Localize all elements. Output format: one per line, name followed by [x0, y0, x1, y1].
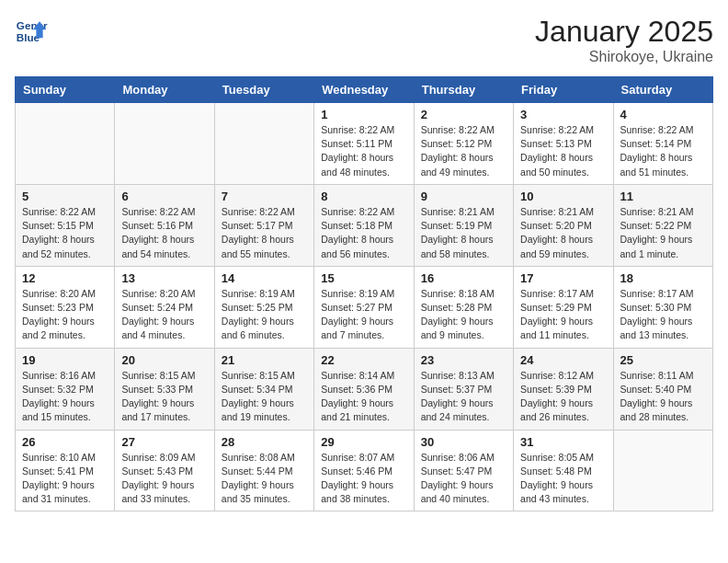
day-info: Sunrise: 8:06 AM Sunset: 5:47 PM Dayligh…	[421, 451, 506, 507]
table-row: 7Sunrise: 8:22 AM Sunset: 5:17 PM Daylig…	[214, 184, 313, 266]
table-row: 27Sunrise: 8:09 AM Sunset: 5:43 PM Dayli…	[115, 430, 214, 511]
day-info: Sunrise: 8:22 AM Sunset: 5:17 PM Dayligh…	[222, 205, 307, 261]
day-info: Sunrise: 8:22 AM Sunset: 5:13 PM Dayligh…	[520, 123, 606, 179]
day-info: Sunrise: 8:21 AM Sunset: 5:22 PM Dayligh…	[620, 205, 706, 261]
day-info: Sunrise: 8:18 AM Sunset: 5:28 PM Dayligh…	[421, 287, 506, 343]
table-row: 12Sunrise: 8:20 AM Sunset: 5:23 PM Dayli…	[16, 266, 115, 348]
table-row: 17Sunrise: 8:17 AM Sunset: 5:29 PM Dayli…	[514, 266, 613, 348]
table-row: 15Sunrise: 8:19 AM Sunset: 5:27 PM Dayli…	[314, 266, 414, 348]
calendar-header-row: Sunday Monday Tuesday Wednesday Thursday…	[16, 77, 713, 103]
svg-text:General: General	[17, 19, 48, 31]
day-info: Sunrise: 8:11 AM Sunset: 5:40 PM Dayligh…	[620, 369, 706, 425]
col-monday: Monday	[115, 77, 214, 103]
table-row: 28Sunrise: 8:08 AM Sunset: 5:44 PM Dayli…	[214, 430, 313, 511]
table-row: 18Sunrise: 8:17 AM Sunset: 5:30 PM Dayli…	[613, 266, 712, 348]
day-info: Sunrise: 8:15 AM Sunset: 5:33 PM Dayligh…	[121, 369, 207, 425]
day-info: Sunrise: 8:15 AM Sunset: 5:34 PM Dayligh…	[222, 369, 307, 425]
day-number: 23	[421, 353, 506, 367]
table-row: 29Sunrise: 8:07 AM Sunset: 5:46 PM Dayli…	[314, 430, 414, 511]
day-info: Sunrise: 8:22 AM Sunset: 5:11 PM Dayligh…	[321, 123, 406, 179]
table-row: 3Sunrise: 8:22 AM Sunset: 5:13 PM Daylig…	[514, 103, 613, 185]
day-number: 14	[222, 271, 307, 285]
table-row: 22Sunrise: 8:14 AM Sunset: 5:36 PM Dayli…	[314, 348, 414, 430]
table-row	[613, 430, 712, 511]
table-row	[214, 103, 313, 185]
table-row: 14Sunrise: 8:19 AM Sunset: 5:25 PM Dayli…	[214, 266, 313, 348]
table-row	[115, 103, 214, 185]
day-info: Sunrise: 8:17 AM Sunset: 5:30 PM Dayligh…	[620, 287, 706, 343]
calendar-week-row: 5Sunrise: 8:22 AM Sunset: 5:15 PM Daylig…	[16, 184, 713, 266]
table-row: 30Sunrise: 8:06 AM Sunset: 5:47 PM Dayli…	[414, 430, 513, 511]
table-row: 31Sunrise: 8:05 AM Sunset: 5:48 PM Dayli…	[514, 430, 613, 511]
location: Shirokoye, Ukraine	[535, 49, 713, 65]
table-row: 13Sunrise: 8:20 AM Sunset: 5:24 PM Dayli…	[115, 266, 214, 348]
day-number: 30	[421, 435, 506, 449]
day-info: Sunrise: 8:09 AM Sunset: 5:43 PM Dayligh…	[121, 451, 207, 507]
table-row: 6Sunrise: 8:22 AM Sunset: 5:16 PM Daylig…	[115, 184, 214, 266]
table-row: 24Sunrise: 8:12 AM Sunset: 5:39 PM Dayli…	[514, 348, 613, 430]
table-row: 20Sunrise: 8:15 AM Sunset: 5:33 PM Dayli…	[115, 348, 214, 430]
col-friday: Friday	[514, 77, 613, 103]
day-number: 31	[520, 435, 606, 449]
calendar-week-row: 19Sunrise: 8:16 AM Sunset: 5:32 PM Dayli…	[16, 348, 713, 430]
day-info: Sunrise: 8:14 AM Sunset: 5:36 PM Dayligh…	[321, 369, 406, 425]
day-number: 4	[620, 108, 706, 121]
day-info: Sunrise: 8:20 AM Sunset: 5:23 PM Dayligh…	[22, 287, 108, 343]
day-number: 28	[222, 435, 307, 449]
day-number: 21	[222, 353, 307, 367]
table-row: 21Sunrise: 8:15 AM Sunset: 5:34 PM Dayli…	[214, 348, 313, 430]
day-info: Sunrise: 8:19 AM Sunset: 5:27 PM Dayligh…	[321, 287, 406, 343]
day-info: Sunrise: 8:16 AM Sunset: 5:32 PM Dayligh…	[22, 369, 108, 425]
day-number: 5	[22, 190, 108, 203]
day-number: 2	[421, 108, 506, 121]
day-info: Sunrise: 8:08 AM Sunset: 5:44 PM Dayligh…	[222, 451, 307, 507]
day-number: 3	[520, 108, 606, 121]
day-number: 10	[520, 190, 606, 203]
table-row: 8Sunrise: 8:22 AM Sunset: 5:18 PM Daylig…	[314, 184, 414, 266]
day-number: 20	[121, 353, 207, 367]
day-info: Sunrise: 8:20 AM Sunset: 5:24 PM Dayligh…	[121, 287, 207, 343]
day-info: Sunrise: 8:22 AM Sunset: 5:18 PM Dayligh…	[321, 205, 406, 261]
day-number: 27	[121, 435, 207, 449]
table-row: 16Sunrise: 8:18 AM Sunset: 5:28 PM Dayli…	[414, 266, 513, 348]
title-block: January 2025 Shirokoye, Ukraine	[535, 15, 713, 65]
col-wednesday: Wednesday	[314, 77, 414, 103]
calendar-week-row: 26Sunrise: 8:10 AM Sunset: 5:41 PM Dayli…	[16, 430, 713, 511]
day-number: 8	[321, 190, 406, 203]
page-header: General Blue January 2025 Shirokoye, Ukr…	[15, 15, 713, 65]
table-row: 4Sunrise: 8:22 AM Sunset: 5:14 PM Daylig…	[613, 103, 712, 185]
col-saturday: Saturday	[613, 77, 712, 103]
calendar-week-row: 12Sunrise: 8:20 AM Sunset: 5:23 PM Dayli…	[16, 266, 713, 348]
day-info: Sunrise: 8:22 AM Sunset: 5:12 PM Dayligh…	[421, 123, 506, 179]
table-row: 19Sunrise: 8:16 AM Sunset: 5:32 PM Dayli…	[16, 348, 115, 430]
col-thursday: Thursday	[414, 77, 513, 103]
day-number: 26	[22, 435, 108, 449]
table-row: 25Sunrise: 8:11 AM Sunset: 5:40 PM Dayli…	[613, 348, 712, 430]
table-row: 23Sunrise: 8:13 AM Sunset: 5:37 PM Dayli…	[414, 348, 513, 430]
day-info: Sunrise: 8:22 AM Sunset: 5:16 PM Dayligh…	[121, 205, 207, 261]
day-number: 11	[620, 190, 706, 203]
day-number: 22	[321, 353, 406, 367]
day-number: 13	[121, 271, 207, 285]
day-number: 6	[121, 190, 207, 203]
col-sunday: Sunday	[16, 77, 115, 103]
table-row: 1Sunrise: 8:22 AM Sunset: 5:11 PM Daylig…	[314, 103, 414, 185]
day-info: Sunrise: 8:19 AM Sunset: 5:25 PM Dayligh…	[222, 287, 307, 343]
day-info: Sunrise: 8:13 AM Sunset: 5:37 PM Dayligh…	[421, 369, 506, 425]
table-row: 11Sunrise: 8:21 AM Sunset: 5:22 PM Dayli…	[613, 184, 712, 266]
day-number: 29	[321, 435, 406, 449]
day-info: Sunrise: 8:22 AM Sunset: 5:15 PM Dayligh…	[22, 205, 108, 261]
month-title: January 2025	[535, 15, 713, 49]
day-info: Sunrise: 8:05 AM Sunset: 5:48 PM Dayligh…	[520, 451, 606, 507]
day-info: Sunrise: 8:12 AM Sunset: 5:39 PM Dayligh…	[520, 369, 606, 425]
day-number: 15	[321, 271, 406, 285]
day-info: Sunrise: 8:07 AM Sunset: 5:46 PM Dayligh…	[321, 451, 406, 507]
day-info: Sunrise: 8:10 AM Sunset: 5:41 PM Dayligh…	[22, 451, 108, 507]
day-info: Sunrise: 8:22 AM Sunset: 5:14 PM Dayligh…	[620, 123, 706, 179]
col-tuesday: Tuesday	[214, 77, 313, 103]
day-info: Sunrise: 8:17 AM Sunset: 5:29 PM Dayligh…	[520, 287, 606, 343]
table-row: 10Sunrise: 8:21 AM Sunset: 5:20 PM Dayli…	[514, 184, 613, 266]
logo-icon: General Blue	[15, 15, 48, 48]
day-number: 16	[421, 271, 506, 285]
day-number: 12	[22, 271, 108, 285]
